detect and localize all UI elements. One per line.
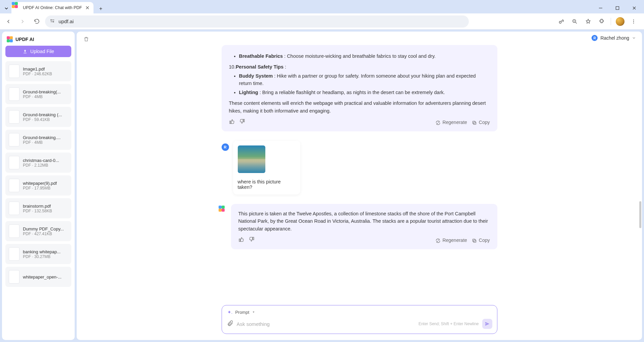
bullet-text: : Bring a reliable flashlight or headlam… (258, 90, 445, 95)
site-settings-icon[interactable] (50, 18, 55, 25)
upload-label: Upload File (30, 49, 54, 54)
password-key-icon[interactable] (556, 16, 567, 27)
list-item: Buddy System : Hike with a partner or gr… (239, 72, 490, 87)
thumbs-up-button[interactable] (238, 237, 244, 245)
bullet-text: : Hike with a partner or group for safet… (239, 73, 476, 86)
file-item[interactable]: Dummy PDF_Copy...PDF · 427.41KB (5, 221, 71, 241)
closing-paragraph: These content elements will enrich the w… (229, 99, 490, 115)
svg-point-3 (559, 21, 561, 23)
user-name: Rachel zhong (600, 35, 629, 41)
send-button[interactable] (482, 319, 492, 329)
tab-search-dropdown[interactable] (1, 3, 11, 13)
prompt-label: Prompt (235, 310, 249, 315)
file-thumb-icon (9, 110, 20, 124)
browser-toolbar: updf.ai (0, 13, 644, 30)
bullet-text: : Choose moisture-wicking and breathable… (283, 53, 435, 59)
svg-rect-8 (473, 122, 476, 125)
bullet-label: Lighting (239, 90, 258, 95)
upload-icon (23, 49, 28, 54)
regenerate-icon (435, 120, 441, 125)
user-avatar: R (222, 143, 229, 151)
section-colon: : (283, 64, 286, 70)
svg-point-6 (633, 21, 634, 22)
extensions-icon[interactable] (596, 16, 607, 27)
window-close-button[interactable] (627, 3, 642, 13)
delete-conversation-button[interactable] (82, 35, 90, 43)
attach-file-button[interactable] (227, 320, 233, 328)
toolbar-divider (611, 18, 611, 25)
chat-input[interactable] (237, 321, 415, 327)
bookmark-star-icon[interactable] (582, 16, 594, 27)
file-thumb-icon (9, 65, 20, 78)
updf-logo-icon (7, 36, 13, 42)
user-message: where is this picture taken? (233, 141, 300, 195)
section-title: Personal Safety Tips (236, 64, 283, 70)
file-item[interactable]: Ground-breaking(...PDF · 4MB (5, 84, 71, 104)
file-thumb-icon (9, 87, 20, 101)
file-item[interactable]: brainstorm.pdfPDF · 132.58KB (5, 198, 71, 218)
window-minimize-button[interactable] (593, 3, 608, 13)
file-item[interactable]: Ground-breaking....PDF · 4MB (5, 130, 71, 150)
forward-button[interactable] (17, 16, 28, 27)
zoom-icon[interactable] (569, 16, 580, 27)
file-meta: PDF · 30.27MB (23, 254, 61, 259)
thumbs-down-button[interactable] (239, 119, 245, 127)
new-tab-button[interactable]: + (96, 4, 106, 13)
close-tab-icon[interactable] (85, 5, 90, 10)
svg-rect-10 (473, 240, 476, 243)
chat-input-container: ✦. Prompt Enter Send; Shift + Enter Newl… (222, 305, 497, 334)
file-thumb-icon (9, 224, 20, 238)
ai-message: This picture is taken at the Twelve Apos… (231, 204, 497, 249)
file-name: whitepaper(9).pdf (23, 181, 57, 186)
user-menu[interactable]: R Rachel zhong (592, 35, 636, 41)
file-thumb-icon (9, 247, 20, 261)
svg-rect-11 (472, 239, 475, 242)
file-item[interactable]: Image1.pdfPDF · 246.62KB (5, 61, 71, 81)
file-item[interactable]: banking whitepap...PDF · 30.27MB (5, 244, 71, 264)
upload-file-button[interactable]: Upload File (5, 46, 71, 57)
list-item: Lighting : Bring a reliable flashlight o… (239, 89, 490, 96)
ai-message-row: This picture is taken at the Twelve Apos… (222, 204, 497, 259)
profile-avatar[interactable] (614, 16, 626, 27)
file-thumb-icon (9, 156, 20, 169)
prompt-selector[interactable]: ✦. Prompt (226, 309, 493, 317)
file-item[interactable]: whitepaper_open-... (5, 267, 71, 287)
file-meta: PDF · 246.62KB (23, 72, 52, 76)
file-name: Ground-breaking.... (23, 135, 61, 140)
copy-button[interactable]: Copy (472, 237, 490, 244)
file-meta: PDF · 427.41KB (23, 231, 64, 236)
svg-rect-9 (472, 121, 475, 124)
browser-tab-strip: UPDF AI Online: Chat with PDF + (0, 0, 644, 13)
file-name: christmas-card-0... (23, 158, 59, 163)
file-name: whitepaper_open-... (23, 274, 62, 280)
file-item[interactable]: Ground-breaking (...PDF · 59.41KB (5, 107, 71, 127)
thumbs-up-button[interactable] (229, 119, 235, 127)
svg-point-7 (633, 23, 634, 23)
copy-button[interactable]: Copy (472, 119, 490, 126)
svg-rect-0 (616, 7, 619, 10)
window-maximize-button[interactable] (610, 3, 625, 13)
file-name: Ground-breaking(... (23, 89, 61, 94)
copy-label: Copy (479, 119, 490, 126)
user-message-row: R where is this picture taken? (222, 141, 497, 195)
address-bar[interactable]: updf.ai (45, 15, 469, 28)
chat-main: R Rachel zhong Breathable Fabrics : Choo… (77, 32, 642, 340)
file-item[interactable]: whitepaper(9).pdfPDF · 17.95MB (5, 175, 71, 196)
thumbs-down-button[interactable] (249, 237, 255, 245)
svg-point-2 (53, 21, 54, 22)
file-name: banking whitepap... (23, 249, 61, 254)
svg-point-5 (633, 19, 634, 20)
back-button[interactable] (3, 16, 14, 27)
regenerate-button[interactable]: Regenerate (435, 119, 467, 126)
sparkle-icon: ✦. (227, 309, 233, 315)
image-attachment[interactable] (238, 145, 265, 173)
browser-menu-icon[interactable] (628, 16, 639, 27)
file-item[interactable]: christmas-card-0...PDF · 2.12MB (5, 153, 71, 173)
regenerate-button[interactable]: Regenerate (435, 237, 467, 244)
regenerate-icon (435, 238, 441, 243)
reload-button[interactable] (31, 16, 42, 27)
file-meta: PDF · 4MB (23, 94, 61, 99)
file-thumb-icon (9, 179, 20, 192)
user-message-text: where is this picture taken? (238, 179, 296, 190)
browser-tab-active[interactable]: UPDF AI Online: Chat with PDF (11, 2, 93, 13)
